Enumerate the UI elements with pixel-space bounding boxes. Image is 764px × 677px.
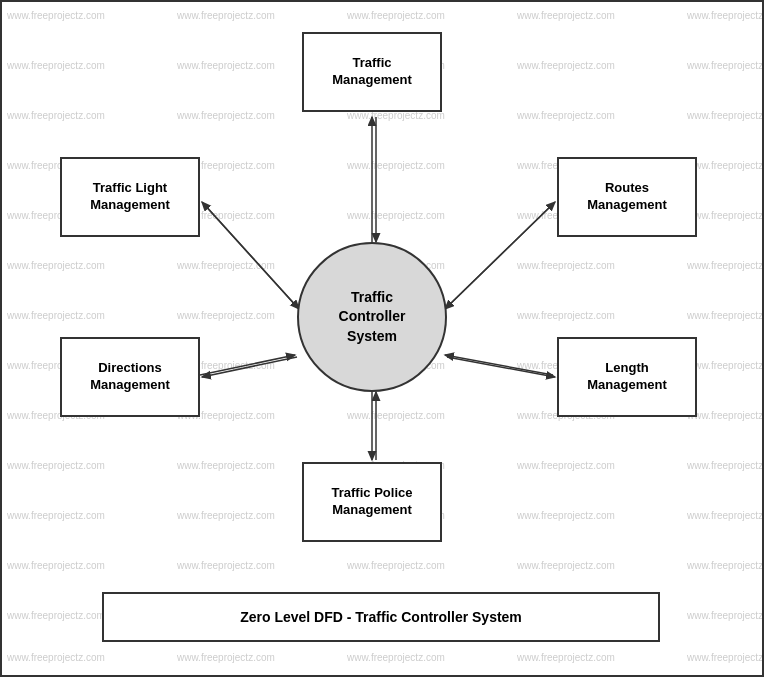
- directions-management-box: Directions Management: [60, 337, 200, 417]
- watermark: www.freeprojectz.com: [347, 210, 445, 221]
- traffic-management-box: Traffic Management: [302, 32, 442, 112]
- center-circle-label: Traffic Controller System: [339, 288, 406, 347]
- watermark: www.freeprojectz.com: [517, 110, 615, 121]
- routes-management-label: Routes Management: [587, 180, 666, 214]
- watermark: www.freeprojectz.com: [687, 410, 764, 421]
- watermark: www.freeprojectz.com: [177, 510, 275, 521]
- svg-line-7: [445, 204, 553, 309]
- directions-management-label: Directions Management: [90, 360, 169, 394]
- watermark: www.freeprojectz.com: [517, 260, 615, 271]
- watermark: www.freeprojectz.com: [7, 110, 105, 121]
- watermark: www.freeprojectz.com: [347, 10, 445, 21]
- center-circle: Traffic Controller System: [297, 242, 447, 392]
- watermark: www.freeprojectz.com: [177, 652, 275, 663]
- watermark: www.freeprojectz.com: [687, 260, 764, 271]
- diagram-title-box: Zero Level DFD - Traffic Controller Syst…: [102, 592, 660, 642]
- traffic-police-management-label: Traffic Police Management: [332, 485, 413, 519]
- svg-line-5: [204, 204, 299, 309]
- watermark: www.freeprojectz.com: [7, 310, 105, 321]
- watermark: www.freeprojectz.com: [7, 10, 105, 21]
- watermark: www.freeprojectz.com: [177, 10, 275, 21]
- svg-line-8: [447, 357, 555, 377]
- watermark: www.freeprojectz.com: [687, 210, 764, 221]
- watermark: www.freeprojectz.com: [347, 410, 445, 421]
- watermark: www.freeprojectz.com: [7, 460, 105, 471]
- watermark: www.freeprojectz.com: [177, 460, 275, 471]
- watermark: www.freeprojectz.com: [7, 260, 105, 271]
- watermark: www.freeprojectz.com: [7, 60, 105, 71]
- svg-line-11: [200, 355, 295, 375]
- watermark: www.freeprojectz.com: [347, 560, 445, 571]
- watermark: www.freeprojectz.com: [687, 610, 764, 621]
- watermark: www.freeprojectz.com: [177, 260, 275, 271]
- watermark: www.freeprojectz.com: [687, 460, 764, 471]
- watermark: www.freeprojectz.com: [517, 10, 615, 21]
- svg-line-9: [445, 355, 553, 375]
- traffic-management-label: Traffic Management: [332, 55, 411, 89]
- watermark: www.freeprojectz.com: [177, 110, 275, 121]
- traffic-light-management-box: Traffic Light Management: [60, 157, 200, 237]
- watermark: www.freeprojectz.com: [347, 160, 445, 171]
- watermark: www.freeprojectz.com: [7, 610, 105, 621]
- watermark: www.freeprojectz.com: [7, 652, 105, 663]
- watermark: www.freeprojectz.com: [687, 560, 764, 571]
- diagram-title: Zero Level DFD - Traffic Controller Syst…: [240, 609, 522, 625]
- traffic-police-management-box: Traffic Police Management: [302, 462, 442, 542]
- watermark: www.freeprojectz.com: [517, 310, 615, 321]
- svg-line-6: [447, 202, 555, 307]
- watermark: www.freeprojectz.com: [517, 60, 615, 71]
- watermark: www.freeprojectz.com: [687, 652, 764, 663]
- watermark: www.freeprojectz.com: [347, 652, 445, 663]
- watermark: www.freeprojectz.com: [177, 310, 275, 321]
- length-management-label: Length Management: [587, 360, 666, 394]
- watermark: www.freeprojectz.com: [517, 560, 615, 571]
- watermark: www.freeprojectz.com: [687, 10, 764, 21]
- watermark: www.freeprojectz.com: [517, 460, 615, 471]
- watermark: www.freeprojectz.com: [517, 510, 615, 521]
- length-management-box: Length Management: [557, 337, 697, 417]
- routes-management-box: Routes Management: [557, 157, 697, 237]
- watermark: www.freeprojectz.com: [687, 110, 764, 121]
- watermark: www.freeprojectz.com: [7, 560, 105, 571]
- diagram-container: www.freeprojectz.com www.freeprojectz.co…: [0, 0, 764, 677]
- svg-line-4: [202, 202, 297, 307]
- watermark: www.freeprojectz.com: [687, 160, 764, 171]
- watermark: www.freeprojectz.com: [517, 652, 615, 663]
- traffic-light-management-label: Traffic Light Management: [90, 180, 169, 214]
- watermark: www.freeprojectz.com: [177, 560, 275, 571]
- watermark: www.freeprojectz.com: [687, 310, 764, 321]
- watermark: www.freeprojectz.com: [177, 60, 275, 71]
- watermark: www.freeprojectz.com: [687, 60, 764, 71]
- watermark: www.freeprojectz.com: [687, 510, 764, 521]
- watermark: www.freeprojectz.com: [687, 360, 764, 371]
- svg-line-10: [202, 357, 297, 377]
- watermark: www.freeprojectz.com: [7, 510, 105, 521]
